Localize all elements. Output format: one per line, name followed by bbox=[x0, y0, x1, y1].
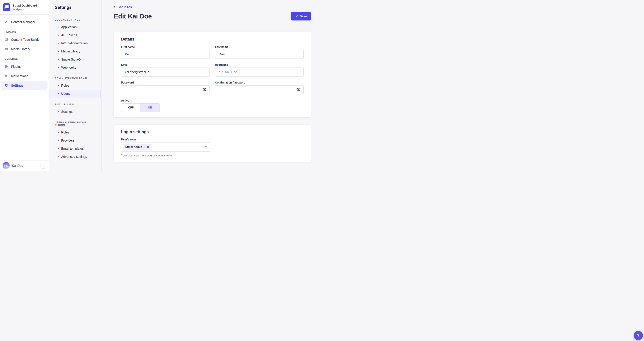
nav-items: Content Manager PLUGINS Content-Type Bui… bbox=[0, 15, 49, 160]
brand: Strapi Dashboard Workplace bbox=[0, 0, 49, 14]
user-name: Kai Doe bbox=[12, 164, 38, 168]
cart-icon bbox=[4, 74, 8, 78]
feather-icon bbox=[4, 20, 8, 24]
active-field: Active OFF ON bbox=[121, 99, 304, 112]
nav-section-header-plugins: PLUGINS bbox=[4, 30, 48, 33]
password-field: Password bbox=[121, 81, 210, 94]
puzzle-icon bbox=[4, 64, 8, 69]
subnav-section-users-permissions-plugin: USERS & PERMISSIONS PLUGIN bbox=[55, 121, 96, 126]
eye-off-icon bbox=[202, 88, 206, 92]
first-name-input[interactable] bbox=[121, 50, 210, 59]
subnav-item-internationalization[interactable]: Internationalization bbox=[49, 39, 101, 47]
main-content: GO BACK Edit Kai Doe Save Details First … bbox=[102, 0, 322, 170]
toggle-password-visibility-button[interactable] bbox=[202, 87, 208, 93]
strapi-logo-icon bbox=[3, 4, 10, 11]
password-label: Password bbox=[121, 81, 210, 84]
nav-item-media-library[interactable]: Media Library bbox=[2, 45, 48, 53]
divider bbox=[55, 12, 60, 13]
bullet-icon bbox=[58, 59, 59, 60]
username-input[interactable] bbox=[215, 68, 304, 76]
username-label: Username bbox=[215, 63, 304, 66]
nav-footer: KD Kai Doe bbox=[0, 160, 49, 170]
nav-item-label: Media Library bbox=[11, 47, 30, 51]
app-root: Strapi Dashboard Workplace Content Manag… bbox=[0, 0, 322, 170]
bullet-icon bbox=[58, 148, 59, 149]
subnav-item-media-library[interactable]: Media Library bbox=[49, 47, 101, 55]
settings-subnav: Settings GLOBAL SETTINGS Application API… bbox=[49, 0, 102, 170]
bullet-icon bbox=[58, 140, 59, 141]
subnav-item-providers[interactable]: Providers bbox=[49, 136, 101, 144]
toggle-off-button[interactable]: OFF bbox=[121, 104, 140, 112]
subnav-item-webhooks[interactable]: Webhooks bbox=[49, 64, 101, 72]
subnav-item-api-tokens[interactable]: API Tokens bbox=[49, 31, 101, 39]
confirmation-password-field: Confirmation Password bbox=[215, 81, 304, 94]
subnav-item-advanced-settings[interactable]: Advanced settings bbox=[49, 152, 101, 161]
save-button[interactable]: Save bbox=[291, 12, 311, 20]
nav-item-content-type-builder[interactable]: Content-Type Builder bbox=[2, 35, 48, 44]
nav-item-content-manager[interactable]: Content Manager bbox=[2, 18, 48, 26]
bullet-icon bbox=[58, 43, 59, 44]
email-input[interactable] bbox=[121, 68, 210, 76]
subnav-item-admin-roles[interactable]: Roles bbox=[49, 82, 101, 90]
nav-item-label: Plugins bbox=[11, 65, 22, 68]
remove-role-icon[interactable]: ✕ bbox=[147, 146, 150, 148]
image-icon bbox=[4, 47, 8, 51]
subnav-section-global-settings: GLOBAL SETTINGS bbox=[55, 18, 96, 21]
user-roles-select[interactable]: Super Admin ✕ bbox=[121, 142, 210, 152]
subnav-item-up-roles[interactable]: Roles bbox=[49, 128, 101, 136]
login-settings-heading: Login settings bbox=[121, 130, 304, 134]
toggle-on-button[interactable]: ON bbox=[140, 104, 160, 112]
nav-item-settings[interactable]: Settings bbox=[2, 81, 48, 90]
nav-item-marketplace[interactable]: Marketplace bbox=[2, 72, 48, 80]
bullet-icon bbox=[58, 51, 59, 52]
subnav-item-single-sign-on[interactable]: Single Sign-On bbox=[49, 55, 101, 64]
subnav-item-email-templates[interactable]: Email templates bbox=[49, 144, 101, 152]
active-label: Active bbox=[121, 99, 304, 102]
first-name-field: First name bbox=[121, 46, 210, 59]
last-name-input[interactable] bbox=[215, 50, 304, 59]
workspace-name: Workplace bbox=[12, 8, 37, 10]
nav-item-label: Content-Type Builder bbox=[11, 38, 41, 42]
email-label: Email bbox=[121, 63, 210, 66]
collapse-nav-button[interactable] bbox=[40, 163, 46, 168]
subnav-item-application[interactable]: Application bbox=[49, 23, 101, 31]
bullet-icon bbox=[58, 132, 59, 133]
email-field: Email bbox=[121, 63, 210, 76]
confirmation-password-input[interactable] bbox=[215, 85, 304, 94]
bullet-icon bbox=[58, 26, 59, 28]
layout-icon bbox=[4, 38, 8, 42]
details-grid: First name Last name Email bbox=[121, 46, 304, 94]
roles-helper-text: Your user can have one or several roles bbox=[121, 154, 304, 157]
app-title: Strapi Dashboard bbox=[12, 4, 37, 8]
bullet-icon bbox=[58, 85, 59, 86]
details-card: Details First name Last name Email bbox=[114, 32, 311, 117]
nav-item-label: Marketplace bbox=[11, 74, 28, 78]
main-nav: Strapi Dashboard Workplace Content Manag… bbox=[0, 0, 49, 170]
bullet-icon bbox=[58, 35, 59, 36]
chevron-down-icon bbox=[205, 146, 207, 148]
role-tag-label: Super Admin bbox=[125, 146, 142, 148]
divider bbox=[144, 146, 144, 149]
role-tag: Super Admin ✕ bbox=[123, 144, 152, 150]
check-icon bbox=[295, 15, 298, 18]
last-name-label: Last name bbox=[215, 46, 304, 48]
subnav-item-email-settings[interactable]: Settings bbox=[49, 108, 101, 116]
username-field: Username bbox=[215, 63, 304, 76]
eye-off-icon bbox=[296, 88, 300, 92]
toggle-confirmation-visibility-button[interactable] bbox=[296, 87, 301, 93]
subnav-item-admin-users[interactable]: Users bbox=[49, 90, 101, 98]
go-back-link[interactable]: GO BACK bbox=[114, 6, 132, 8]
nav-item-plugins[interactable]: Plugins bbox=[2, 62, 48, 71]
last-name-field: Last name bbox=[215, 46, 304, 59]
nav-item-label: Settings bbox=[11, 84, 24, 87]
bullet-icon bbox=[58, 111, 59, 112]
title-row: Edit Kai Doe Save bbox=[114, 12, 311, 20]
login-settings-card: Login settings User's roles Super Admin … bbox=[114, 125, 311, 162]
user-roles-label: User's roles bbox=[121, 138, 304, 141]
confirmation-password-label: Confirmation Password bbox=[215, 81, 304, 84]
arrow-left-icon bbox=[114, 6, 117, 8]
subnav-section-administration-panel: ADMINISTRATION PANEL bbox=[55, 77, 96, 80]
nav-section-header-general: GENERAL bbox=[4, 58, 48, 60]
details-heading: Details bbox=[121, 37, 304, 42]
password-input[interactable] bbox=[121, 85, 210, 94]
